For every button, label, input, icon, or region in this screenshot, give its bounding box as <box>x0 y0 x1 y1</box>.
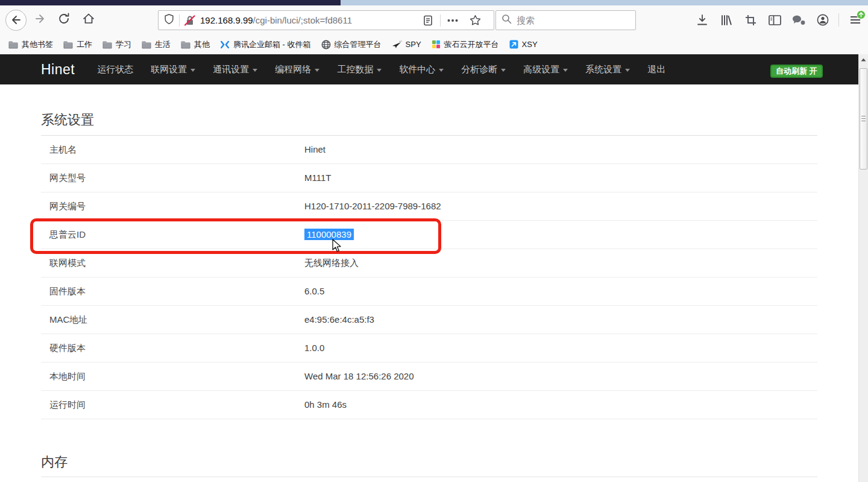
bookmark-item[interactable]: 学习 <box>102 39 131 50</box>
search-input[interactable] <box>517 15 619 25</box>
table-row: 运行时间 0h 3m 46s <box>41 391 817 419</box>
page-content: 系统设置 主机名 Hinet 网关型号 M111T 网关编号 H120-1710… <box>0 84 858 482</box>
chevron-down-icon <box>563 69 568 72</box>
folder-icon <box>181 40 190 49</box>
row-value[interactable]: e4:95:6e:4c:a5:f3 <box>304 314 374 325</box>
row-value[interactable]: Hinet <box>304 144 326 154</box>
globe-icon <box>321 40 331 49</box>
nav-item-运行状态[interactable]: 运行状态 <box>97 64 133 75</box>
row-value[interactable]: 0h 3m 46s <box>304 399 347 410</box>
chat-bubble-button[interactable] <box>788 5 810 34</box>
plane-icon <box>392 40 402 49</box>
bookmark-label: 其他书签 <box>22 39 53 50</box>
shield-icon[interactable] <box>164 14 174 27</box>
hamburger-menu-button[interactable] <box>844 5 867 34</box>
bookmark-item[interactable]: 其他书签 <box>8 39 53 50</box>
row-label: 网关编号 <box>49 201 86 212</box>
memory-section-divider <box>41 477 817 477</box>
bookmark-label: 生活 <box>155 39 171 50</box>
tencent-mail-icon <box>220 40 230 49</box>
row-value[interactable]: 6.0.5 <box>304 286 324 296</box>
nav-item-分析诊断[interactable]: 分析诊断 <box>461 64 506 75</box>
home-button[interactable] <box>78 5 99 34</box>
sidebar-button[interactable] <box>764 5 785 34</box>
page-actions-button[interactable] <box>443 11 462 30</box>
colorful-grid-icon <box>432 40 441 49</box>
nav-item-label: 高级设置 <box>523 64 559 75</box>
chevron-down-icon <box>377 69 382 72</box>
library-button[interactable] <box>715 5 737 34</box>
scrollbar-thumb[interactable] <box>860 68 867 170</box>
browser-toolbar: 192.168.9.99/cgi-bin/luci/;stok=fd8611 <box>0 5 868 34</box>
row-label: 固件版本 <box>49 286 86 297</box>
url-text: 192.168.9.99/cgi-bin/luci/;stok=fd8611 <box>200 15 435 25</box>
forward-button[interactable] <box>30 5 51 34</box>
nav-item-label: 系统设置 <box>585 64 621 75</box>
reader-mode-button[interactable] <box>420 11 436 30</box>
url-bar[interactable]: 192.168.9.99/cgi-bin/luci/;stok=fd8611 <box>158 10 494 30</box>
scrollbar-grip <box>861 121 866 121</box>
search-box[interactable] <box>495 10 636 30</box>
chevron-down-icon <box>501 69 506 72</box>
table-row: 固件版本 6.0.5 <box>41 277 817 306</box>
back-button[interactable] <box>5 5 27 34</box>
url-path: /cgi-bin/luci/;stok=fd8611 <box>253 15 352 25</box>
nav-item-label: 通讯设置 <box>213 64 249 75</box>
nav-item-通讯设置[interactable]: 通讯设置 <box>213 64 257 75</box>
bookmark-item[interactable]: 生活 <box>142 39 171 50</box>
nav-item-编程网络[interactable]: 编程网络 <box>275 64 319 75</box>
search-magnifier-icon <box>502 14 512 27</box>
table-row: 主机名 Hinet <box>41 136 817 164</box>
chevron-down-icon <box>190 69 195 72</box>
account-button[interactable] <box>812 5 834 34</box>
scrollbar-grip <box>861 116 866 116</box>
bookmark-item[interactable]: XSY <box>509 40 538 49</box>
url-domain: 192.168.9.99 <box>200 15 253 25</box>
row-label: 运行时间 <box>49 399 86 411</box>
table-row: 硬件版本 1.0.0 <box>41 334 817 363</box>
row-value[interactable]: Wed Mar 18 12:56:26 2020 <box>304 371 414 381</box>
bookmark-star-button[interactable] <box>466 11 484 30</box>
update-badge-icon <box>857 10 866 19</box>
nav-menu: 运行状态 联网设置 通讯设置 编程网络 工控数据 软件中心 分析诊断 高级设置 … <box>97 64 683 75</box>
system-info-table: 主机名 Hinet 网关型号 M111T 网关编号 H120-1710-2011… <box>41 136 817 419</box>
bookmark-label: 腾讯企业邮箱 - 收件箱 <box>233 39 311 50</box>
insecure-lock-icon[interactable] <box>184 15 195 26</box>
mouse-cursor <box>332 239 342 255</box>
folder-icon <box>142 40 151 49</box>
bookmark-item[interactable]: 腾讯企业邮箱 - 收件箱 <box>220 39 311 50</box>
nav-item-label: 分析诊断 <box>461 64 497 75</box>
nav-item-工控数据[interactable]: 工控数据 <box>337 64 382 75</box>
site-logo[interactable]: Hinet <box>41 62 75 78</box>
bookmark-item[interactable]: SPY <box>392 40 421 49</box>
download-button[interactable] <box>691 5 713 34</box>
screenshot-button[interactable] <box>740 5 761 34</box>
urlbar-divider-2 <box>440 14 441 27</box>
chevron-down-icon <box>439 69 444 72</box>
nav-item-软件中心[interactable]: 软件中心 <box>399 64 444 75</box>
folder-icon <box>63 40 73 49</box>
bookmark-item[interactable]: 综合管理平台 <box>321 39 382 50</box>
forward-icon <box>34 13 46 27</box>
bookmark-label: 综合管理平台 <box>335 39 382 50</box>
row-label: MAC地址 <box>49 314 87 326</box>
bookmark-label: 工作 <box>77 39 92 50</box>
bookmark-item[interactable]: 萤石云开放平台 <box>432 39 499 50</box>
page-scrollbar[interactable] <box>858 54 868 482</box>
scrollbar-grip <box>861 118 866 119</box>
nav-item-退出[interactable]: 退出 <box>647 64 665 75</box>
reload-button[interactable] <box>54 5 75 34</box>
row-value[interactable]: 1.0.0 <box>304 343 324 353</box>
table-row: MAC地址 e4:95:6e:4c:a5:f3 <box>41 306 817 334</box>
scrollbar-up-icon[interactable] <box>859 55 868 64</box>
bookmark-item[interactable]: 工作 <box>63 39 92 50</box>
bookmark-item[interactable]: 其他 <box>181 39 210 50</box>
row-value[interactable]: H120-1710-2011-2209-7989-1682 <box>304 201 441 211</box>
row-value[interactable]: M111T <box>304 173 331 183</box>
nav-item-label: 运行状态 <box>97 64 133 75</box>
nav-item-系统设置[interactable]: 系统设置 <box>585 64 630 75</box>
auto-refresh-toggle[interactable]: 自动刷新 开 <box>770 65 823 78</box>
nav-item-联网设置[interactable]: 联网设置 <box>151 64 195 75</box>
row-value[interactable]: 无线网络接入 <box>304 258 359 269</box>
nav-item-高级设置[interactable]: 高级设置 <box>523 64 568 75</box>
